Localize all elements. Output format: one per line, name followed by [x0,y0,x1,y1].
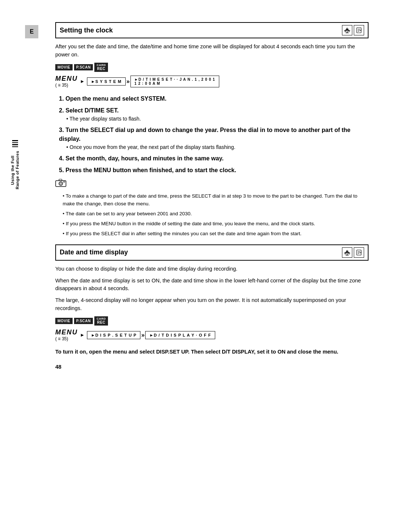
section2-title: Date and time display [60,248,128,256]
antenna-icon [342,25,352,35]
main-content: Setting the clock [55,22,369,370]
note-2: The date can be set to any year between … [63,210,369,218]
section2-intro-3: The large, 4-second display will no long… [55,296,369,313]
section2-intro-2: When the date and time display is set to… [55,277,369,293]
step-2: 2. Select D/TIME SET. The year display s… [59,106,369,123]
camera-note-icon [55,178,369,189]
section1-header: Setting the clock [55,22,369,38]
pscan-btn2: P.SCAN [74,318,93,324]
note-1: To make a change to part of the date and… [63,192,369,208]
section1-menu-diagram: MENU ( ≡ 35) ► ►S Y S T E M » ►D / T I M… [55,75,369,88]
pencil-icon [354,25,364,35]
pencil-icon2 [354,247,364,258]
section2-menu-diagram: MENU ( ≡ 35) ► ►D I S P . S E T U P » ►D… [55,328,369,341]
menu-datetime-line1: ►D / T I M E S E T · · J A N . 1 , 2 0 0… [135,77,215,81]
section1-steps: 1. Open the menu and select SYSTEM. 2. S… [59,94,369,175]
step-1: 1. Open the menu and select SYSTEM. [59,94,369,103]
menu-system-box: ►S Y S T E M [87,77,126,86]
section2-intro-1: You can choose to display or hide the da… [55,265,369,273]
card-rec-btn2: CARD REC [94,316,108,326]
menu-time-line: 1 2 : 0 0 A M [135,81,160,86]
movie-btn: MOVIE [55,64,73,70]
note-3: If you press the MENU button in the midd… [63,220,369,228]
svg-point-5 [346,28,348,29]
movie-btn2: MOVIE [55,318,73,324]
menu-label-box2: MENU ( ≡ 35) [55,328,78,341]
menu-datetime-box: ►D / T I M E S E T · · J A N . 1 , 2 0 0… [130,76,219,87]
step2-bullet: The year display starts to flash. [66,115,369,123]
svg-point-22 [346,250,348,252]
double-arrow1: » [126,78,130,85]
step3-title: 3. Turn the SELECT dial up and down to c… [59,127,350,142]
step-4: 4. Set the month, day, hours, and minute… [59,154,369,163]
menu-ref1: ( ≡ 35) [55,83,68,88]
menu-arrow2: ► [80,332,85,338]
antenna-icon2 [342,247,352,258]
page-container: Setting the clock [0,0,398,532]
page-number: 48 [55,364,369,370]
step3-bullet: Once you move from the year, the next pa… [66,143,369,151]
double-arrow2: » [141,332,144,338]
section1-icons [342,25,364,35]
step5-title: 5. Press the MENU button when finished, … [59,167,236,173]
note-4: If you press the SELECT dial in after se… [63,230,369,238]
svg-rect-16 [63,181,65,182]
section1-notes: To make a change to part of the date and… [55,192,369,238]
section1-title: Setting the clock [60,27,113,34]
menu-dtdisplay-box: ►D / T D I S P L A Y · O F F [145,331,215,339]
step4-title: 4. Set the month, day, hours, and minute… [59,155,224,161]
menu-word2: MENU [55,328,78,336]
menu-word1: MENU [55,75,78,83]
step-3: 3. Turn the SELECT dial up and down to c… [59,126,369,151]
section2-header: Date and time display [55,244,369,261]
step1-title: 1. Open the menu and select SYSTEM. [59,95,167,102]
section2-mode-buttons: MOVIE P.SCAN CARD REC [55,316,369,326]
step2-title: 2. Select D/TIME SET. [59,107,119,114]
menu-arrow1: ► [80,79,85,84]
section1-intro: After you set the date and time, the dat… [55,43,369,59]
card-rec-btn: CARD REC [94,63,108,72]
section2-icons [342,247,364,258]
step-5: 5. Press the MENU button when finished, … [59,166,369,175]
pscan-btn: P.SCAN [74,64,93,70]
menu-label-box1: MENU ( ≡ 35) [55,75,78,88]
section1-mode-buttons: MOVIE P.SCAN CARD REC [55,63,369,72]
svg-point-13 [59,182,63,185]
menu-dispsetup-box: ►D I S P . S E T U P [87,331,141,339]
menu-ref2: ( ≡ 35) [55,336,68,341]
svg-point-14 [60,183,62,185]
section2-closing: To turn it on, open the menu and select … [55,348,369,356]
